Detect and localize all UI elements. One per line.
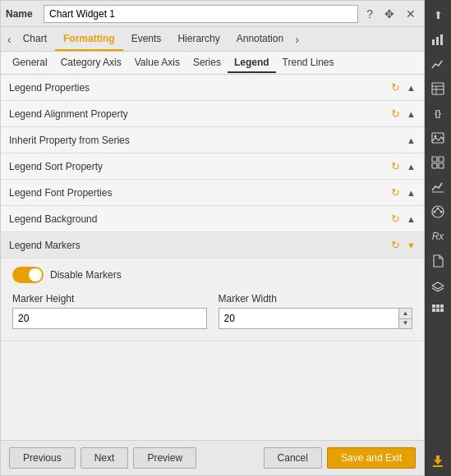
inherit-property-row[interactable]: Inherit Property from Series ▲ — [1, 127, 424, 153]
inherit-property-chevron-icon[interactable]: ▲ — [407, 135, 416, 145]
name-label: Name — [6, 8, 39, 20]
tab-chart[interactable]: Chart — [15, 28, 55, 51]
download-icon[interactable] — [426, 450, 449, 473]
legend-alignment-chevron-icon[interactable]: ▲ — [407, 109, 416, 119]
svg-rect-25 — [440, 309, 444, 312]
layers-icon[interactable] — [426, 274, 449, 297]
subtab-legend[interactable]: Legend — [228, 53, 276, 73]
svg-rect-20 — [432, 304, 435, 308]
svg-line-19 — [438, 208, 441, 212]
svg-rect-27 — [433, 465, 443, 467]
legend-sort-label: Legend Sort Property — [9, 161, 391, 172]
move-button[interactable]: ✥ — [381, 6, 398, 22]
subtab-category-axis[interactable]: Category Axis — [54, 53, 128, 73]
legend-sort-row[interactable]: Legend Sort Property ↻ ▲ — [1, 153, 424, 180]
marker-width-up[interactable]: ▲ — [399, 309, 412, 319]
svg-rect-12 — [439, 163, 444, 168]
upload-icon[interactable]: ⬆ — [426, 3, 449, 26]
marker-width-down[interactable]: ▼ — [399, 319, 412, 329]
legend-alignment-label: Legend Alignment Property — [9, 108, 391, 120]
svg-rect-22 — [440, 304, 444, 308]
marker-width-field: ▲ ▼ — [219, 308, 413, 329]
svg-point-8 — [435, 135, 437, 138]
legend-properties-chevron-icon[interactable]: ▲ — [407, 83, 416, 93]
toggle-track — [12, 267, 44, 283]
inherit-property-label: Inherit Property from Series — [9, 135, 403, 146]
legend-font-chevron-icon[interactable]: ▲ — [407, 188, 416, 198]
svg-rect-0 — [432, 39, 435, 45]
connect-icon[interactable] — [426, 200, 449, 223]
tab-events[interactable]: Events — [123, 28, 170, 51]
data-table-icon[interactable] — [426, 151, 449, 174]
chart-bar-icon[interactable] — [426, 28, 449, 51]
legend-markers-row[interactable]: Legend Markers ↻ ▼ — [1, 232, 424, 259]
marker-width-label: Marker Width — [219, 293, 413, 304]
legend-background-row[interactable]: Legend Background ↻ ▲ — [1, 206, 424, 232]
next-button[interactable]: Next — [81, 447, 129, 469]
legend-properties-row[interactable]: Legend Properties ↻ ▲ — [1, 75, 424, 101]
svg-line-18 — [435, 208, 438, 212]
legend-properties-label: Legend Properties — [9, 82, 391, 94]
svg-marker-26 — [434, 455, 442, 465]
analytics-icon[interactable] — [426, 176, 449, 199]
image-icon[interactable] — [426, 126, 449, 149]
chart-line-icon[interactable] — [426, 53, 449, 76]
legend-background-label: Legend Background — [9, 213, 391, 225]
svg-rect-3 — [432, 83, 444, 94]
grid-settings-icon[interactable] — [426, 299, 449, 322]
properties-list: Legend Properties ↻ ▲ Legend Alignment P… — [1, 75, 424, 440]
marker-height-input[interactable] — [12, 308, 207, 329]
tabs-next-arrow[interactable]: › — [292, 33, 302, 46]
right-sidebar: ⬆ {} — [425, 0, 451, 476]
rx-icon[interactable]: Rx — [426, 225, 449, 248]
marker-width-spinner: ▲ ▼ — [398, 309, 412, 328]
marker-width-input[interactable] — [219, 309, 399, 328]
svg-rect-11 — [432, 163, 437, 168]
disable-markers-toggle[interactable] — [12, 267, 44, 283]
legend-background-refresh-icon[interactable]: ↻ — [391, 213, 400, 225]
legend-properties-refresh-icon[interactable]: ↻ — [391, 81, 400, 94]
svg-rect-1 — [436, 37, 439, 45]
subtab-trend-lines[interactable]: Trend Lines — [276, 53, 341, 73]
tab-formatting[interactable]: Formatting — [55, 28, 123, 51]
legend-background-chevron-icon[interactable]: ▲ — [407, 214, 416, 224]
disable-markers-label: Disable Markers — [50, 269, 122, 281]
legend-markers-label: Legend Markers — [9, 240, 391, 251]
tab-annotation[interactable]: Annotation — [228, 28, 292, 51]
legend-font-row[interactable]: Legend Font Properties ↻ ▲ — [1, 180, 424, 206]
tab-hierarchy[interactable]: Hierarchy — [169, 28, 228, 51]
tabs-prev-arrow[interactable]: ‹ — [4, 33, 15, 46]
legend-markers-chevron-icon[interactable]: ▼ — [407, 240, 416, 250]
svg-rect-9 — [432, 157, 437, 162]
subtab-general[interactable]: General — [6, 53, 54, 73]
doc-icon[interactable] — [426, 249, 449, 272]
marker-height-label: Marker Height — [12, 293, 207, 304]
help-button[interactable]: ? — [363, 6, 376, 22]
subtab-value-axis[interactable]: Value Axis — [128, 53, 186, 73]
legend-font-label: Legend Font Properties — [9, 187, 391, 199]
svg-rect-23 — [432, 309, 435, 312]
svg-rect-21 — [436, 304, 439, 308]
previous-button[interactable]: Previous — [9, 447, 76, 469]
svg-rect-24 — [436, 309, 439, 312]
subtab-series[interactable]: Series — [186, 53, 228, 73]
widget-name-input[interactable] — [44, 5, 358, 23]
code-icon[interactable]: {} — [426, 102, 449, 125]
legend-alignment-row[interactable]: Legend Alignment Property ↻ ▲ — [1, 101, 424, 127]
cancel-button[interactable]: Cancel — [264, 447, 322, 469]
legend-markers-expanded: Disable Markers Marker Height Marker Wid… — [1, 259, 424, 341]
close-button[interactable]: ✕ — [403, 6, 419, 22]
preview-button[interactable]: Preview — [133, 447, 196, 469]
svg-rect-10 — [439, 157, 444, 162]
legend-sort-chevron-icon[interactable]: ▲ — [407, 162, 416, 172]
toggle-knob — [29, 268, 42, 281]
legend-alignment-refresh-icon[interactable]: ↻ — [391, 108, 400, 120]
save-exit-button[interactable]: Save and Exit — [327, 447, 416, 469]
legend-markers-refresh-icon[interactable]: ↻ — [391, 239, 400, 251]
table-icon[interactable] — [426, 77, 449, 100]
legend-sort-refresh-icon[interactable]: ↻ — [391, 160, 400, 172]
legend-font-refresh-icon[interactable]: ↻ — [391, 186, 400, 199]
svg-rect-2 — [440, 34, 443, 45]
